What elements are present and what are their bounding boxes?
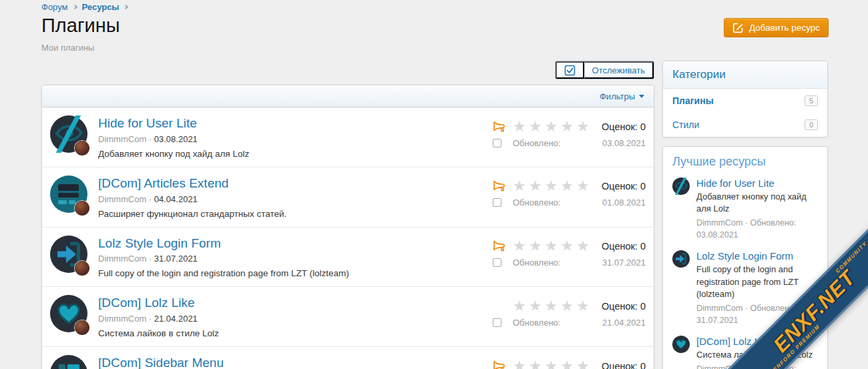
resource-author[interactable]: DimmmCom · — [98, 314, 152, 324]
select-checkbox-button[interactable] — [556, 61, 584, 79]
rating-count-label: Оценок: 0 — [602, 241, 646, 252]
resource-row: Lolz Style Login Form DimmmCom · 31.07.2… — [42, 227, 654, 287]
filter-bar: Фильтры — [42, 85, 654, 107]
resource-description: Расширяет функционал стандартных статей. — [98, 209, 492, 219]
megaphone-icon — [492, 121, 509, 133]
resource-description: Добавляет кнопку под хайд аля Lolz — [98, 149, 492, 159]
resource-description: Full copy of the login and registration … — [98, 268, 492, 278]
best-resource-item: Hide for User Lite Добавляет кнопку под … — [672, 177, 818, 241]
categories-title: Категории — [663, 61, 827, 89]
resource-title-link[interactable]: [DCom] Sidebar Menu — [98, 356, 224, 369]
category-count-badge: 5 — [805, 95, 818, 106]
hide-eye-slash-icon[interactable] — [672, 177, 690, 195]
updated-label: Обновлено: — [513, 138, 598, 148]
row-checkbox[interactable] — [493, 258, 501, 267]
resource-stats: ★★★★★ Оценок: 0 Обновлено: 21.04.2021 — [492, 295, 646, 338]
sidebar-item-plugins[interactable]: Плагины 5 — [663, 89, 827, 113]
resource-row: [DCom] Sidebar Menu DimmmCom · 21.04.202… — [42, 346, 654, 369]
megaphone-icon — [492, 360, 509, 369]
resource-info: Hide for User Lite DimmmCom · 03.08.2021… — [98, 115, 492, 159]
rating-stars: ★★★★★ — [513, 179, 598, 194]
author-avatar — [75, 261, 89, 276]
chevron-right-icon — [72, 5, 77, 9]
best-resource-description: Добавляет кнопку под хайд аля Lolz — [696, 191, 818, 216]
best-resource-title-link[interactable]: Lolz Style Login Form — [696, 250, 818, 262]
filters-toggle[interactable]: Фильтры — [600, 91, 644, 101]
category-label: Стили — [672, 119, 699, 130]
author-avatar — [75, 201, 89, 216]
resource-title-link[interactable]: [DCom] Lolz Like — [98, 296, 195, 311]
login-arrow-icon[interactable] — [672, 250, 690, 268]
resource-date: 03.08.2021 — [154, 134, 198, 144]
add-resource-button[interactable]: Добавить ресурс — [724, 18, 829, 37]
best-resource-body: Hide for User Lite Добавляет кнопку под … — [696, 177, 818, 241]
categories-panel: Категории Плагины 5 Стили 0 — [662, 61, 828, 137]
rating-count-label: Оценок: 0 — [602, 301, 646, 312]
caret-down-icon — [639, 95, 644, 98]
resource-info: [DCom] Lolz Like DimmmCom · 21.04.2021 С… — [98, 295, 492, 338]
breadcrumb-forum-link[interactable]: Форум — [41, 2, 68, 12]
resource-date: 31.07.2021 — [154, 254, 198, 264]
resource-thumbnail[interactable] — [50, 236, 87, 273]
resource-info: [DCom] Articles Extend DimmmCom · 04.04.… — [98, 175, 492, 219]
category-count-badge: 0 — [805, 119, 818, 130]
resource-stats: ★★★★★ Оценок: 0 Обновлено: 03.08.2021 — [492, 115, 646, 159]
best-resource-meta-line: DimmmCom · Обновлено: — [696, 218, 818, 230]
resource-date: 21.04.2021 — [154, 314, 198, 324]
resource-description: Система лайков в стиле Lolz — [98, 328, 492, 338]
rating-stars: ★★★★★ — [513, 359, 598, 369]
row-checkbox[interactable] — [493, 318, 501, 327]
updated-date: 03.08.2021 — [602, 138, 646, 148]
resource-row: [DCom] Articles Extend DimmmCom · 04.04.… — [42, 167, 654, 227]
author-avatar — [75, 141, 89, 155]
best-resource-description: Full copy of the login and registration … — [696, 264, 818, 300]
rating-count-label: Оценок: 0 — [602, 181, 646, 192]
sidebar-item-styles[interactable]: Стили 0 — [663, 113, 827, 137]
rating-count-label: Оценок: 0 — [602, 361, 646, 369]
page-title: Плагины — [41, 15, 120, 37]
row-checkbox[interactable] — [493, 198, 501, 207]
rating-stars: ★★★★★ — [513, 299, 598, 314]
rating-stars: ★★★★★ — [513, 239, 598, 254]
main-column: Отслеживать Фильтры — [41, 61, 654, 369]
resource-title-link[interactable]: [DCom] Articles Extend — [98, 176, 228, 192]
resource-list-block: Фильтры Hide for User Lite — [41, 85, 654, 369]
updated-date: 01.08.2021 — [602, 198, 646, 208]
edit-pencil-icon — [732, 22, 744, 33]
breadcrumb: Форум Ресурсы — [41, 2, 133, 12]
watch-button[interactable]: Отслеживать — [584, 61, 654, 79]
best-resource-title-link[interactable]: Hide for User Lite — [696, 177, 818, 189]
resource-author[interactable]: DimmmCom · — [98, 194, 152, 204]
resource-thumbnail[interactable] — [50, 355, 87, 369]
resource-stats: ★★★★★ Оценок: 0 Обновлено: 21.04.2021 — [492, 355, 646, 369]
checkbox-checked-icon — [564, 65, 576, 76]
updated-label: Обновлено: — [513, 258, 598, 268]
rating-count-label: Оценок: 0 — [602, 121, 646, 132]
breadcrumb-resources-link[interactable]: Ресурсы — [82, 2, 120, 12]
resource-meta: DimmmCom · 04.04.2021 — [98, 194, 492, 204]
resources-page: Форум Ресурсы Плагины Мои плагины Добави… — [0, 0, 868, 369]
page-subtitle: Мои плагины — [41, 43, 94, 53]
heart-like-icon[interactable] — [672, 336, 690, 353]
rating-stars: ★★★★★ — [513, 119, 598, 134]
resource-author[interactable]: DimmmCom · — [98, 254, 152, 264]
resource-title-link[interactable]: Hide for User Lite — [98, 116, 197, 131]
resource-stats: ★★★★★ Оценок: 0 Обновлено: 01.08.2021 — [492, 175, 646, 219]
resource-thumbnail[interactable] — [50, 115, 87, 153]
filters-label: Фильтры — [600, 91, 635, 101]
resource-meta: DimmmCom · 21.04.2021 — [98, 314, 492, 324]
updated-date: 31.07.2021 — [602, 258, 646, 268]
resource-author[interactable]: DimmmCom · — [98, 134, 152, 144]
add-resource-label: Добавить ресурс — [749, 23, 820, 33]
resource-title-link[interactable]: Lolz Style Login Form — [98, 236, 221, 252]
row-checkbox[interactable] — [493, 139, 501, 147]
watermark-subtext-right: COMMUNITY — [835, 240, 868, 274]
resource-info: Lolz Style Login Form DimmmCom · 31.07.2… — [98, 236, 492, 279]
updated-date: 21.04.2021 — [602, 318, 646, 328]
megaphone-icon — [492, 180, 509, 192]
resource-thumbnail[interactable] — [50, 295, 87, 332]
watch-toolbar: Отслеживать — [41, 61, 654, 79]
best-resources-title: Лучшие ресурсы — [672, 155, 818, 169]
best-resource-meta: DimmmCom · Обновлено: 03.08.2021 — [696, 218, 818, 242]
resource-thumbnail[interactable] — [50, 175, 87, 213]
